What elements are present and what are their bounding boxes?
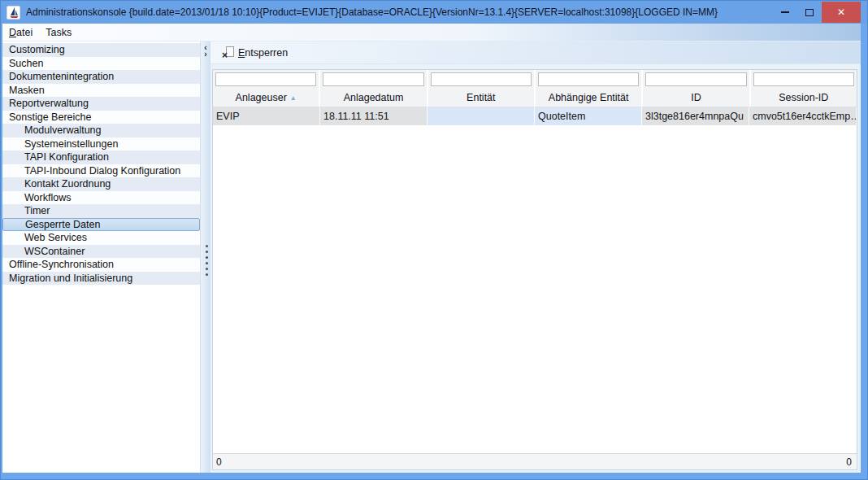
- column-header[interactable]: Anlagedatum ▲: [320, 89, 427, 107]
- row-count-left: 0: [216, 456, 222, 468]
- grid-filter-row: [213, 70, 857, 89]
- filter-input[interactable]: [323, 72, 423, 86]
- titlebar[interactable]: Administrationskonsole {build.date=2013/…: [1, 1, 867, 24]
- sidebar-item-label: Suchen: [9, 58, 43, 69]
- row-count-right: 0: [846, 456, 852, 468]
- filter-input[interactable]: [753, 72, 854, 86]
- sidebar-item[interactable]: Modulverwaltung: [2, 124, 200, 137]
- data-cell[interactable]: EVIP: [213, 107, 320, 125]
- sidebar-item[interactable]: Gesperrte Daten: [2, 218, 200, 232]
- data-cell-text: 18.11.11 11:51: [323, 111, 389, 122]
- minimize-icon: [781, 11, 789, 13]
- column-header-label: Anlagedatum: [344, 92, 404, 103]
- sidebar-item-label: Masken: [9, 85, 45, 96]
- maximize-button[interactable]: [797, 1, 822, 24]
- sidebar-item[interactable]: Masken: [2, 84, 200, 98]
- sidebar-item-label: Offline-Synchronisation: [9, 259, 114, 270]
- sidebar-item-label: Kontakt Zuordnung: [24, 178, 111, 190]
- data-cell-text: QuoteItem: [538, 111, 585, 122]
- close-icon: ✕: [837, 7, 845, 18]
- sidebar-list: Customizing Suchen Dokumentenintegration…: [2, 43, 200, 285]
- filter-cell: [213, 70, 320, 89]
- sidebar-item-label: Modulverwaltung: [24, 124, 102, 136]
- sidebar-item[interactable]: Kontakt Zuordnung: [2, 177, 200, 191]
- filter-cell: [536, 70, 643, 89]
- sidebar-item-label: Web Services: [24, 232, 87, 243]
- sidebar-item-label: Dokumentenintegration: [9, 71, 114, 82]
- sidebar-item[interactable]: Customizing: [2, 43, 200, 57]
- column-header-label: ID: [691, 92, 701, 103]
- sidebar-item[interactable]: Workflows: [2, 191, 200, 205]
- filter-input[interactable]: [538, 72, 639, 86]
- column-header[interactable]: Abhängige Entität ▲: [536, 89, 643, 107]
- sidebar-item[interactable]: WSContainer: [2, 245, 200, 259]
- data-cell-text: EVIP: [216, 111, 240, 122]
- data-cell[interactable]: QuoteItem: [535, 107, 642, 125]
- sidebar-item[interactable]: Systemeinstellungen: [2, 137, 200, 151]
- main-area: Customizing Suchen Dokumentenintegration…: [2, 41, 861, 473]
- window-body: Datei Tasks Customizing Suchen Dokumente…: [2, 24, 861, 473]
- content-area: × Entsperren Anlageuser ▲ Anlagedatum ▲ …: [210, 41, 861, 473]
- unlock-record-icon: ×: [222, 46, 234, 59]
- data-cell-text: 3l3tge816er4mnpaQu: [645, 111, 744, 122]
- data-cell[interactable]: cmvo5t16er4cctkEmp…: [749, 107, 857, 125]
- close-button[interactable]: ✕: [822, 2, 861, 23]
- sidebar-item-label: Reportverwaltung: [9, 98, 89, 109]
- column-header-label: Anlageuser: [236, 92, 287, 103]
- locked-data-grid: Anlageuser ▲ Anlagedatum ▲ Entität ▲ Abh…: [212, 69, 857, 470]
- application-window: Administrationskonsole {build.date=2013/…: [0, 0, 868, 480]
- sidebar-item-label: Migration und Initialisierung: [9, 273, 132, 284]
- toolbar: × Entsperren: [210, 41, 861, 64]
- filter-input[interactable]: [645, 72, 746, 86]
- minimize-button[interactable]: [773, 1, 797, 24]
- menubar: Datei Tasks: [2, 24, 861, 41]
- column-header[interactable]: Entität ▲: [428, 89, 536, 107]
- column-header[interactable]: Anlageuser ▲: [213, 89, 320, 107]
- maximize-icon: [805, 9, 814, 16]
- sidebar-item[interactable]: Suchen: [2, 57, 200, 71]
- data-cell[interactable]: 3l3tge816er4mnpaQu: [642, 107, 749, 125]
- column-header-label: Entität: [467, 92, 495, 103]
- entsperren-button[interactable]: × Entsperren: [217, 45, 293, 60]
- sidebar-item-label: Systemeinstellungen: [24, 138, 118, 150]
- column-header-label: Abhängige Entität: [549, 92, 629, 103]
- sidebar-item[interactable]: Reportverwaltung: [2, 97, 200, 111]
- data-cell[interactable]: 18.11.11 11:51: [320, 107, 427, 125]
- expand-right-icon[interactable]: ›: [204, 51, 206, 58]
- sidebar-item-label: Sonstige Bereiche: [9, 111, 91, 123]
- sidebar-item[interactable]: TAPI Konfiguration: [2, 151, 200, 164]
- grid-header-row: Anlageuser ▲ Anlagedatum ▲ Entität ▲ Abh…: [213, 89, 857, 107]
- sort-asc-icon: ▲: [290, 94, 297, 102]
- data-cell[interactable]: [427, 107, 535, 125]
- sidebar-item-label: Customizing: [9, 44, 65, 55]
- filter-cell: [428, 70, 536, 89]
- splitter-grip-icon[interactable]: [206, 245, 208, 247]
- sidebar-item-label: TAPI Konfiguration: [24, 151, 109, 163]
- filter-input[interactable]: [431, 72, 532, 86]
- sidebar-item[interactable]: TAPI-Inbound Dialog Konfiguration: [2, 164, 200, 178]
- grid-footer: 0 0: [213, 453, 857, 469]
- grid-data-row[interactable]: EVIP 18.11.11 11:51 QuoteItem 3l3tge816e…: [213, 107, 857, 125]
- menu-item-datei[interactable]: Datei: [2, 24, 39, 41]
- filter-cell: [643, 70, 750, 89]
- sidebar-item[interactable]: Web Services: [2, 231, 200, 245]
- sidebar-item[interactable]: Migration und Initialisierung: [2, 272, 200, 286]
- column-header-label: Session-ID: [779, 92, 828, 103]
- column-header[interactable]: Session-ID ▲: [751, 89, 857, 107]
- sidebar-item-label: Workflows: [24, 192, 71, 203]
- column-header[interactable]: ID ▲: [643, 89, 750, 107]
- sidebar-item[interactable]: Dokumentenintegration: [2, 70, 200, 84]
- sidebar-item-label: WSContainer: [24, 246, 85, 257]
- sidebar-item[interactable]: Timer: [2, 204, 200, 218]
- filter-cell: [751, 70, 857, 89]
- sidebar-item[interactable]: Sonstige Bereiche: [2, 111, 200, 124]
- window-title: Administrationskonsole {build.date=2013/…: [26, 7, 773, 18]
- menu-item-tasks[interactable]: Tasks: [39, 24, 78, 41]
- sidebar-splitter[interactable]: ‹ ›: [201, 41, 210, 473]
- sidebar-item[interactable]: Offline-Synchronisation: [2, 258, 200, 272]
- sidebar-item-label: Timer: [24, 205, 50, 216]
- navigation-sidebar: Customizing Suchen Dokumentenintegration…: [2, 41, 201, 473]
- sidebar-item-label: Gesperrte Daten: [25, 219, 100, 230]
- app-sailboat-icon: [7, 6, 20, 20]
- filter-input[interactable]: [215, 72, 316, 86]
